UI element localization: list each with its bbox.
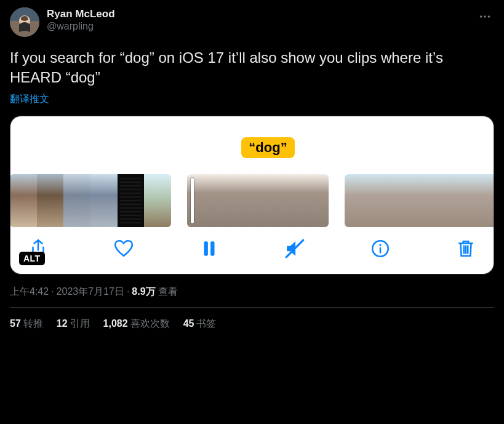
info-icon[interactable] — [370, 238, 391, 259]
avatar[interactable] — [10, 7, 39, 37]
svg-point-11 — [379, 244, 381, 246]
timeline-frame — [398, 174, 425, 227]
stat-quotes[interactable]: 12引用 — [57, 318, 90, 330]
media-attachment[interactable]: “dog” — [10, 116, 494, 274]
user-handle[interactable]: @warpling — [47, 20, 115, 33]
stats-row: 57转推 12引用 1,082喜欢次数 45书签 — [10, 308, 494, 330]
timeline-frame — [90, 174, 118, 227]
timeline-frame — [10, 174, 37, 227]
caption-row: “dog” — [10, 137, 494, 158]
timeline-frame — [345, 174, 371, 227]
user-block: Ryan McLeod @warpling — [47, 7, 115, 33]
clip-group-2[interactable] — [187, 174, 329, 227]
timeline-frame — [294, 174, 329, 227]
alt-badge[interactable]: ALT — [19, 252, 45, 265]
timeline-frame — [425, 174, 451, 227]
timeline-frame — [144, 174, 171, 227]
views-count[interactable]: 8.9万 — [132, 286, 155, 297]
timeline-frame — [63, 174, 90, 227]
video-timeline[interactable] — [10, 174, 494, 227]
svg-point-4 — [484, 15, 486, 18]
svg-point-3 — [480, 15, 482, 18]
timeline-frame — [37, 174, 64, 227]
svg-point-5 — [488, 15, 490, 18]
playhead[interactable] — [191, 178, 194, 223]
timeline-frame — [371, 174, 398, 227]
tweet-date[interactable]: 2023年7月17日 — [57, 286, 124, 297]
heart-icon[interactable] — [113, 238, 134, 259]
stat-likes[interactable]: 1,082喜欢次数 — [103, 318, 170, 330]
translate-link[interactable]: 翻译推文 — [10, 93, 49, 106]
timeline-frame — [451, 174, 478, 227]
caption-bubble: “dog” — [241, 137, 294, 158]
views-label: 查看 — [158, 286, 178, 297]
tweet-header: Ryan McLeod @warpling — [10, 7, 494, 37]
tweet-meta: 上午4:42·2023年7月17日·8.9万 查看 — [10, 286, 494, 298]
stat-bookmarks[interactable]: 45书签 — [183, 318, 217, 330]
media-inner: “dog” — [10, 116, 494, 274]
stat-retweets[interactable]: 57转推 — [10, 318, 43, 330]
media-toolbar — [10, 227, 494, 262]
clip-group-3[interactable] — [345, 174, 494, 227]
timeline-frame — [223, 174, 258, 227]
more-options-button[interactable] — [476, 7, 494, 26]
mute-icon[interactable] — [284, 238, 305, 259]
display-name[interactable]: Ryan McLeod — [47, 7, 115, 20]
timeline-frame — [118, 174, 145, 227]
tweet-text: If you search for “dog” on iOS 17 it’ll … — [10, 48, 494, 88]
svg-rect-6 — [204, 241, 208, 255]
timeline-frame — [258, 174, 294, 227]
svg-rect-7 — [210, 241, 214, 255]
timeline-frame — [478, 174, 494, 227]
tweet-time[interactable]: 上午4:42 — [10, 286, 49, 297]
tweet-container: Ryan McLeod @warpling If you search for … — [0, 0, 504, 330]
trash-icon[interactable] — [455, 238, 476, 259]
pause-icon[interactable] — [199, 238, 220, 259]
clip-group-1[interactable] — [10, 174, 171, 227]
